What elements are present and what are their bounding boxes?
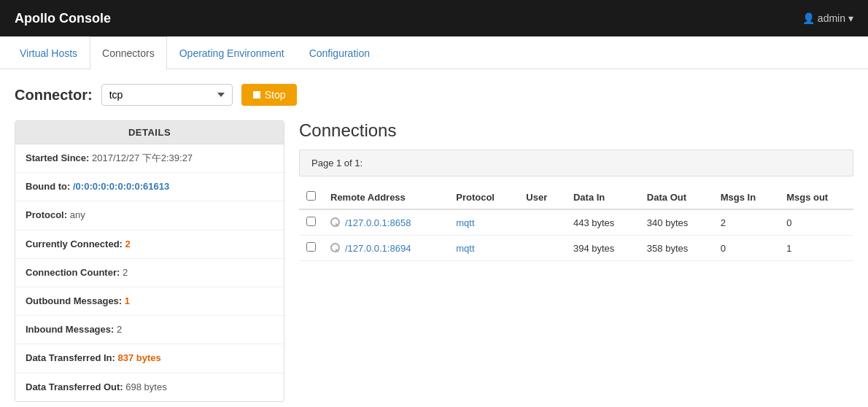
th-remote-address: Remote Address	[323, 185, 449, 209]
connections-title: Connections	[299, 120, 853, 141]
detail-key: Bound to:	[26, 181, 70, 192]
detail-value: 2	[117, 324, 122, 335]
connector-row: Connector: tcp ssl ws wss Stop	[15, 84, 853, 106]
th-data-in: Data In	[566, 185, 640, 209]
detail-value: 2	[123, 267, 128, 278]
address-text[interactable]: /127.0.0.1:8694	[345, 243, 411, 254]
detail-row: Started Since: 2017/12/27 下午2:39:27	[15, 144, 284, 173]
connections-table: Remote Address Protocol User Data In Dat…	[299, 185, 853, 261]
detail-key: Connection Counter:	[26, 267, 120, 278]
detail-key: Outbound Messages:	[26, 295, 122, 306]
user-label: admin	[818, 12, 845, 24]
th-msgs-in: Msgs In	[713, 185, 779, 209]
detail-value: 2	[125, 239, 131, 249]
th-protocol: Protocol	[449, 185, 519, 209]
tab-operating-environment[interactable]: Operating Environment	[167, 36, 297, 69]
detail-key: Data Transferred In:	[26, 352, 115, 363]
row-checkbox-cell	[299, 236, 323, 261]
detail-value: any	[70, 209, 85, 220]
navbar: Apollo Console 👤 admin ▾	[0, 0, 868, 36]
details-header: DETAILS	[15, 121, 284, 144]
detail-key: Currently Connected:	[26, 239, 123, 249]
table-row: /127.0.0.1:8658 mqtt 443 bytes 340 bytes…	[299, 209, 853, 236]
connector-select[interactable]: tcp ssl ws wss	[101, 84, 233, 106]
row-remote-address: /127.0.0.1:8658	[323, 209, 449, 236]
details-rows: Started Since: 2017/12/27 下午2:39:27Bound…	[15, 144, 284, 401]
connection-icon	[330, 217, 341, 228]
row-protocol: mqtt	[449, 209, 519, 236]
detail-row: Connection Counter: 2	[15, 259, 284, 287]
stop-label: Stop	[265, 89, 286, 101]
connection-icon	[330, 243, 341, 253]
tab-virtual-hosts[interactable]: Virtual Hosts	[7, 36, 90, 69]
detail-row: Outbound Messages: 1	[15, 287, 284, 316]
detail-row: Data Transferred In: 837 bytes	[15, 344, 284, 373]
tab-connectors[interactable]: Connectors	[90, 36, 167, 69]
row-checkbox-cell	[299, 209, 323, 236]
detail-row: Inbound Messages: 2	[15, 316, 284, 344]
brand-title: Apollo Console	[15, 11, 111, 26]
stop-button[interactable]: Stop	[241, 84, 298, 106]
connector-label: Connector:	[15, 87, 93, 104]
th-checkbox	[299, 185, 323, 209]
detail-value: 837 bytes	[117, 352, 160, 363]
row-user	[519, 236, 566, 261]
detail-row: Bound to: /0:0:0:0:0:0:0:0:61613	[15, 173, 284, 201]
tab-configuration[interactable]: Configuration	[297, 36, 382, 69]
main-content: Connector: tcp ssl ws wss Stop DETAILS S…	[0, 69, 868, 407]
two-col-layout: DETAILS Started Since: 2017/12/27 下午2:39…	[15, 120, 853, 402]
row-user	[519, 209, 566, 236]
detail-value: 1	[125, 295, 130, 306]
detail-row: Currently Connected: 2	[15, 230, 284, 259]
app-brand: Apollo Console	[15, 11, 111, 26]
detail-key: Protocol:	[26, 209, 67, 220]
stop-icon	[253, 91, 260, 98]
row-protocol: mqtt	[449, 236, 519, 261]
select-all-checkbox[interactable]	[306, 191, 316, 201]
row-msgs-in: 2	[713, 209, 779, 236]
detail-row: Protocol: any	[15, 201, 284, 230]
connections-panel: Connections Page 1 of 1: Remote Address …	[299, 120, 853, 261]
detail-key: Inbound Messages:	[26, 324, 114, 335]
detail-row: Data Transferred Out: 698 bytes	[15, 373, 284, 401]
row-msgs-out: 0	[779, 209, 853, 236]
table-header-row: Remote Address Protocol User Data In Dat…	[299, 185, 853, 209]
row-data-in: 394 bytes	[566, 236, 640, 261]
detail-value: /0:0:0:0:0:0:0:0:61613	[73, 181, 169, 192]
person-icon: 👤	[802, 12, 815, 24]
dropdown-icon: ▾	[848, 12, 853, 24]
address-text[interactable]: /127.0.0.1:8658	[345, 217, 411, 228]
detail-value: 698 bytes	[125, 381, 166, 392]
row-checkbox[interactable]	[306, 217, 316, 226]
row-data-in: 443 bytes	[566, 209, 640, 236]
row-msgs-out: 1	[779, 236, 853, 261]
th-msgs-out: Msgs out	[779, 185, 853, 209]
table-row: /127.0.0.1:8694 mqtt 394 bytes 358 bytes…	[299, 236, 853, 261]
user-menu[interactable]: 👤 admin ▾	[802, 12, 853, 24]
row-data-out: 340 bytes	[640, 209, 713, 236]
nav-tabs: Virtual Hosts Connectors Operating Envir…	[0, 36, 868, 69]
detail-key: Data Transferred Out:	[26, 381, 123, 392]
detail-key: Started Since:	[26, 152, 89, 163]
row-data-out: 358 bytes	[640, 236, 713, 261]
th-data-out: Data Out	[640, 185, 713, 209]
row-checkbox[interactable]	[306, 242, 316, 252]
row-remote-address: /127.0.0.1:8694	[323, 236, 449, 261]
row-msgs-in: 0	[713, 236, 779, 261]
pagination-bar: Page 1 of 1:	[299, 150, 853, 177]
th-user: User	[519, 185, 566, 209]
details-panel: DETAILS Started Since: 2017/12/27 下午2:39…	[15, 120, 284, 402]
detail-value: 2017/12/27 下午2:39:27	[92, 152, 193, 163]
connections-tbody: /127.0.0.1:8658 mqtt 443 bytes 340 bytes…	[299, 209, 853, 261]
